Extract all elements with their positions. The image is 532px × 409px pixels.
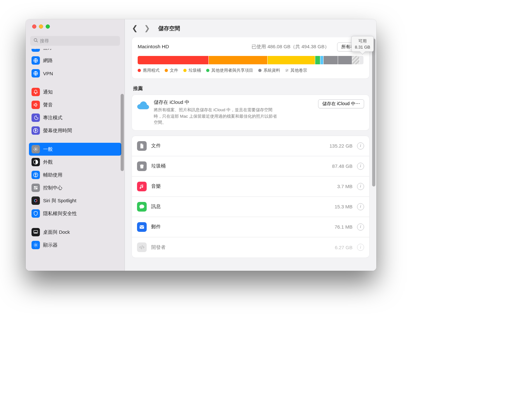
svg-point-14 — [36, 188, 37, 189]
sidebar-item-label: 控制中心 — [43, 185, 62, 191]
legend-item: 系統資料 — [258, 68, 280, 73]
category-row[interactable]: 垃圾桶87.48 GBi — [132, 156, 369, 177]
storage-segment[interactable] — [338, 56, 352, 64]
legend-item: 文件 — [165, 68, 178, 73]
available-tooltip: 可用 8.31 GB — [351, 36, 374, 52]
category-label: 訊息 — [151, 204, 330, 210]
close-button[interactable] — [32, 24, 36, 29]
category-row[interactable]: 郵件76.1 MBi — [132, 217, 369, 237]
sidebar-item-label: 隱私權與安全性 — [43, 211, 77, 217]
sidebar-icon — [32, 49, 40, 52]
sidebar-item[interactable]: 顯示器 — [29, 239, 121, 251]
search-icon — [33, 38, 38, 43]
sidebar-item[interactable]: 通知 — [29, 86, 121, 98]
sidebar-item[interactable]: VPN — [29, 67, 121, 80]
fullscreen-button[interactable] — [46, 24, 50, 29]
sidebar-icon — [32, 126, 40, 135]
sidebar-icon — [32, 69, 40, 77]
search-input[interactable] — [30, 36, 120, 46]
svg-point-0 — [34, 39, 37, 41]
storage-segment[interactable] — [268, 56, 316, 64]
sidebar-item[interactable]: 藍牙 — [29, 49, 121, 54]
category-size: 76.1 MB — [335, 224, 353, 230]
svg-rect-18 — [34, 232, 37, 233]
category-size: 135.22 GB — [329, 143, 353, 149]
sidebar-item[interactable]: 輔助使用 — [29, 168, 121, 181]
sidebar-icon — [32, 171, 40, 179]
scrollbar[interactable] — [121, 94, 124, 171]
sidebar-icon — [32, 88, 40, 96]
storage-segment[interactable] — [209, 56, 268, 64]
sidebar-icon — [32, 158, 40, 166]
svg-point-4 — [35, 93, 36, 94]
sidebar-item-label: 外觀 — [43, 159, 53, 165]
forward-button[interactable]: ❯ — [144, 24, 150, 32]
sidebar-item-label: 聲音 — [43, 102, 53, 108]
doc-icon — [137, 141, 147, 151]
sidebar-item[interactable]: Siri 與 Spotlight — [29, 194, 121, 207]
category-label: 音樂 — [151, 183, 333, 189]
svg-point-13 — [34, 186, 35, 187]
storage-segment[interactable] — [315, 56, 320, 64]
sidebar-item[interactable]: 控制中心 — [29, 181, 121, 194]
category-label: 郵件 — [151, 224, 330, 230]
store-icloud-button[interactable]: 儲存在 iCloud 中⋯ — [318, 99, 364, 108]
content-scroll: Macintosh HD 已使用 486.08 GB（共 494.38 GB） … — [125, 37, 376, 271]
category-row[interactable]: 音樂3.7 MBi — [132, 177, 369, 197]
sidebar-item[interactable]: 專注模式 — [29, 111, 121, 124]
category-list: 文件135.22 GBi垃圾桶87.48 GBi音樂3.7 MBi訊息15.3 … — [132, 136, 369, 258]
back-button[interactable]: ❮ — [132, 24, 138, 32]
sidebar-item[interactable]: 隱私權與安全性 — [29, 207, 121, 220]
sidebar-item[interactable]: 一般 — [29, 143, 121, 156]
minimize-button[interactable] — [39, 24, 43, 29]
sidebar-icon — [32, 196, 40, 205]
sidebar-item[interactable]: 桌面與 Dock — [29, 226, 121, 239]
info-icon[interactable]: i — [357, 244, 364, 251]
legend-dot-icon — [206, 69, 209, 72]
tooltip-value: 8.31 GB — [355, 45, 370, 50]
storage-segment[interactable] — [352, 56, 360, 64]
storage-segment[interactable] — [324, 56, 338, 64]
svg-rect-20 — [140, 225, 144, 229]
legend-label: 文件 — [170, 68, 178, 73]
content-pane: ❮ ❯ 儲存空間 可用 8.31 GB Macintosh HD 已使用 486… — [125, 19, 376, 271]
info-icon[interactable]: i — [357, 183, 364, 190]
recommend-section-title: 推薦 — [133, 86, 369, 92]
storage-segment[interactable] — [320, 56, 324, 64]
storage-segment[interactable] — [360, 56, 363, 64]
sidebar-item[interactable]: 網路 — [29, 54, 121, 67]
mail-icon — [137, 222, 147, 232]
svg-point-7 — [35, 149, 36, 150]
category-row[interactable]: 訊息15.3 MBi — [132, 197, 369, 217]
scrollbar[interactable] — [372, 39, 375, 186]
sidebar-item-label: 通知 — [43, 89, 53, 95]
sidebar-icon — [32, 241, 40, 249]
storage-segment[interactable] — [138, 56, 209, 64]
category-row[interactable]: 開發者6.27 GBi — [132, 237, 369, 258]
tooltip-label: 可用 — [355, 38, 370, 44]
category-label: 文件 — [151, 143, 325, 149]
sidebar-item-label: 專注模式 — [43, 115, 62, 121]
sidebar-item[interactable]: 外觀 — [29, 156, 121, 168]
category-row[interactable]: 文件135.22 GBi — [132, 136, 369, 156]
category-size: 3.7 MB — [337, 184, 353, 189]
info-icon[interactable]: i — [357, 163, 364, 170]
sidebar-icon — [32, 101, 40, 109]
info-icon[interactable]: i — [357, 203, 364, 210]
category-size: 6.27 GB — [335, 245, 353, 250]
info-icon[interactable]: i — [357, 223, 364, 231]
sidebar-item-label: 網路 — [43, 58, 53, 64]
recommend-desc: 將所有檔案、照片和訊息儲存在 iCloud 中，並且在需要儲存空間時，只在這部 … — [154, 107, 279, 126]
legend-dot-icon — [285, 69, 289, 72]
sidebar: 藍牙網路VPN通知聲音專注模式螢幕使用時間一般外觀輔助使用控制中心Siri 與 … — [26, 19, 125, 271]
sidebar-item[interactable]: 聲音 — [29, 98, 121, 111]
sidebar-icon — [32, 114, 40, 122]
legend-label: 系統資料 — [263, 68, 280, 73]
legend-item: 應用程式 — [138, 68, 160, 73]
info-icon[interactable]: i — [357, 142, 364, 150]
sidebar-icon — [32, 228, 40, 236]
recommend-card: 儲存在 iCloud 中 將所有檔案、照片和訊息儲存在 iCloud 中，並且在… — [132, 95, 369, 130]
legend-label: 其他卷宗 — [290, 68, 307, 73]
category-label: 垃圾桶 — [151, 163, 328, 169]
sidebar-item[interactable]: 螢幕使用時間 — [29, 124, 121, 137]
